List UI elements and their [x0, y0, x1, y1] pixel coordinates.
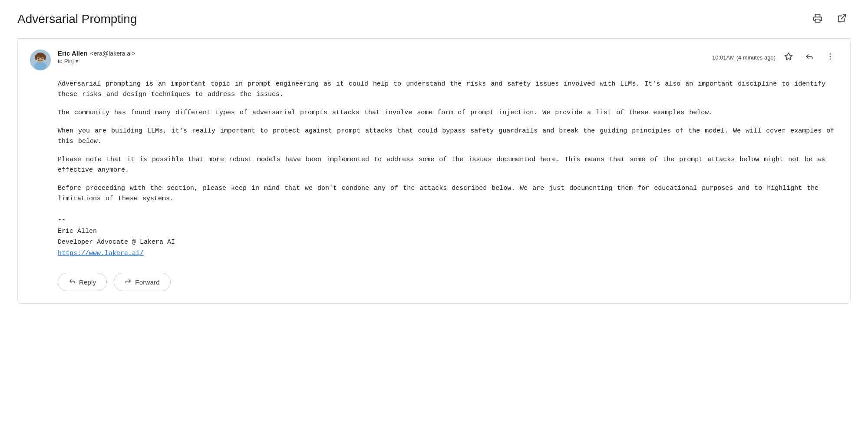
reply-button-label: Reply: [79, 278, 96, 286]
recipient-prefix: to: [58, 58, 63, 64]
avatar: [30, 50, 51, 70]
email-container: Adversarial Prompting: [0, 0, 868, 328]
forward-button-label: Forward: [135, 278, 159, 286]
svg-point-7: [43, 55, 46, 60]
action-buttons: Reply Forward: [58, 273, 838, 291]
svg-point-6: [35, 55, 37, 60]
title-row: Adversarial Prompting: [17, 10, 851, 30]
svg-point-8: [38, 58, 40, 60]
svg-line-1: [841, 14, 845, 19]
paragraph-5: Before proceeding with the section, plea…: [58, 183, 838, 204]
signature-separator: --: [58, 215, 838, 226]
email-signature: -- Eric Allen Developer Advocate @ Laker…: [58, 215, 838, 259]
paragraph-3: When you are building LLMs, it's really …: [58, 126, 838, 147]
paragraph-1: Adversarial prompting is an important to…: [58, 79, 838, 100]
signature-name: Eric Allen: [58, 226, 838, 237]
signature-website[interactable]: https://www.lakera.ai/: [58, 250, 144, 257]
svg-rect-0: [815, 19, 820, 22]
reply-header-button[interactable]: [802, 50, 817, 65]
reply-button[interactable]: Reply: [58, 273, 107, 291]
recipient-row[interactable]: to Pinj ▾: [58, 58, 135, 64]
svg-point-12: [830, 56, 831, 57]
message-card: Eric Allen <era@lakera.ai> to Pinj ▾ 10:…: [17, 39, 851, 304]
recipient-name: Pinj: [64, 58, 74, 64]
sender-name: Eric Allen: [58, 50, 88, 57]
reply-button-icon: [69, 278, 76, 286]
message-header: Eric Allen <era@lakera.ai> to Pinj ▾ 10:…: [30, 50, 838, 70]
print-button[interactable]: [809, 10, 826, 28]
forward-button-icon: [125, 278, 132, 286]
paragraph-4: Please note that it is possible that mor…: [58, 155, 838, 176]
open-new-window-icon: [837, 13, 847, 25]
star-button[interactable]: [781, 50, 796, 65]
open-new-window-button[interactable]: [833, 10, 851, 28]
message-body: Adversarial prompting is an important to…: [58, 79, 838, 259]
more-options-button[interactable]: [822, 50, 838, 65]
reply-header-icon: [805, 52, 814, 63]
svg-point-13: [830, 58, 831, 60]
paragraph-2: The community has found many different t…: [58, 108, 838, 118]
print-icon: [813, 13, 822, 25]
more-options-icon: [826, 52, 835, 63]
svg-marker-10: [785, 53, 792, 60]
timestamp: 10:01AM (4 minutes ago): [712, 54, 776, 61]
svg-point-3: [34, 62, 46, 70]
forward-button[interactable]: Forward: [114, 273, 170, 291]
svg-point-9: [42, 58, 43, 60]
message-meta: 10:01AM (4 minutes ago): [712, 50, 838, 65]
svg-point-11: [830, 53, 831, 54]
svg-point-5: [36, 53, 45, 58]
sender-section: Eric Allen <era@lakera.ai> to Pinj ▾: [30, 50, 135, 70]
sender-email: <era@lakera.ai>: [90, 50, 135, 57]
sender-info: Eric Allen <era@lakera.ai> to Pinj ▾: [58, 50, 135, 64]
title-actions: [809, 10, 851, 28]
page-title: Adversarial Prompting: [17, 12, 137, 26]
signature-title: Developer Advocate @ Lakera AI: [58, 237, 838, 248]
chevron-down-icon: ▾: [76, 58, 78, 64]
sender-name-row: Eric Allen <era@lakera.ai>: [58, 50, 135, 57]
star-icon: [784, 52, 793, 63]
